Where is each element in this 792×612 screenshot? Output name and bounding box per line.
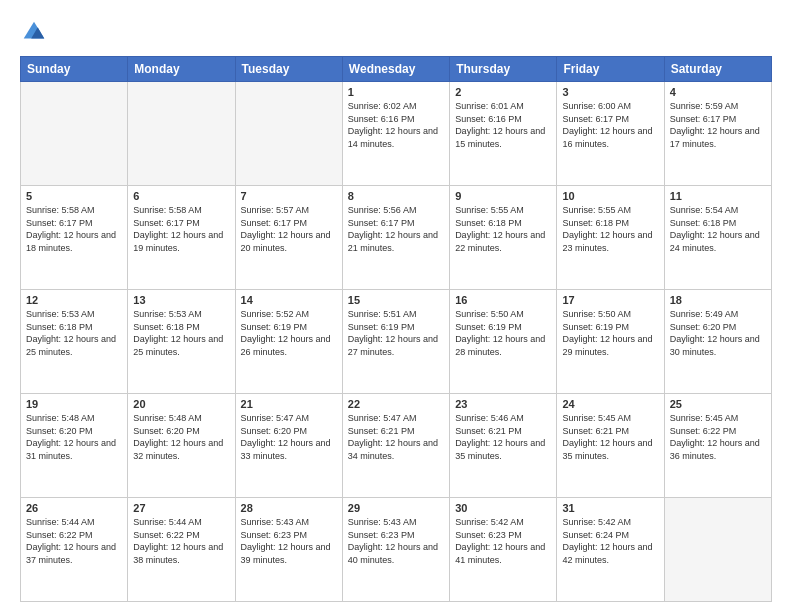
day-cell: 28Sunrise: 5:43 AM Sunset: 6:23 PM Dayli… (235, 498, 342, 602)
week-row-4: 19Sunrise: 5:48 AM Sunset: 6:20 PM Dayli… (21, 394, 772, 498)
day-info: Sunrise: 5:50 AM Sunset: 6:19 PM Dayligh… (455, 308, 551, 358)
day-number: 3 (562, 86, 658, 98)
day-info: Sunrise: 5:59 AM Sunset: 6:17 PM Dayligh… (670, 100, 766, 150)
day-number: 10 (562, 190, 658, 202)
day-cell: 12Sunrise: 5:53 AM Sunset: 6:18 PM Dayli… (21, 290, 128, 394)
day-number: 8 (348, 190, 444, 202)
day-info: Sunrise: 5:54 AM Sunset: 6:18 PM Dayligh… (670, 204, 766, 254)
day-number: 11 (670, 190, 766, 202)
day-number: 2 (455, 86, 551, 98)
day-number: 4 (670, 86, 766, 98)
day-info: Sunrise: 5:52 AM Sunset: 6:19 PM Dayligh… (241, 308, 337, 358)
day-cell: 9Sunrise: 5:55 AM Sunset: 6:18 PM Daylig… (450, 186, 557, 290)
day-cell (128, 82, 235, 186)
day-cell: 10Sunrise: 5:55 AM Sunset: 6:18 PM Dayli… (557, 186, 664, 290)
week-row-5: 26Sunrise: 5:44 AM Sunset: 6:22 PM Dayli… (21, 498, 772, 602)
day-info: Sunrise: 6:01 AM Sunset: 6:16 PM Dayligh… (455, 100, 551, 150)
day-info: Sunrise: 5:46 AM Sunset: 6:21 PM Dayligh… (455, 412, 551, 462)
day-info: Sunrise: 5:49 AM Sunset: 6:20 PM Dayligh… (670, 308, 766, 358)
day-cell: 7Sunrise: 5:57 AM Sunset: 6:17 PM Daylig… (235, 186, 342, 290)
logo (20, 18, 52, 46)
day-cell: 31Sunrise: 5:42 AM Sunset: 6:24 PM Dayli… (557, 498, 664, 602)
day-cell: 4Sunrise: 5:59 AM Sunset: 6:17 PM Daylig… (664, 82, 771, 186)
col-header-sunday: Sunday (21, 57, 128, 82)
day-number: 24 (562, 398, 658, 410)
day-cell: 8Sunrise: 5:56 AM Sunset: 6:17 PM Daylig… (342, 186, 449, 290)
day-number: 12 (26, 294, 122, 306)
day-number: 19 (26, 398, 122, 410)
col-header-saturday: Saturday (664, 57, 771, 82)
week-row-1: 1Sunrise: 6:02 AM Sunset: 6:16 PM Daylig… (21, 82, 772, 186)
col-header-friday: Friday (557, 57, 664, 82)
day-info: Sunrise: 6:00 AM Sunset: 6:17 PM Dayligh… (562, 100, 658, 150)
day-cell: 25Sunrise: 5:45 AM Sunset: 6:22 PM Dayli… (664, 394, 771, 498)
col-header-wednesday: Wednesday (342, 57, 449, 82)
header (20, 18, 772, 46)
day-cell: 29Sunrise: 5:43 AM Sunset: 6:23 PM Dayli… (342, 498, 449, 602)
day-cell: 21Sunrise: 5:47 AM Sunset: 6:20 PM Dayli… (235, 394, 342, 498)
day-number: 28 (241, 502, 337, 514)
day-cell (235, 82, 342, 186)
day-number: 22 (348, 398, 444, 410)
day-number: 18 (670, 294, 766, 306)
day-info: Sunrise: 5:58 AM Sunset: 6:17 PM Dayligh… (133, 204, 229, 254)
day-info: Sunrise: 5:42 AM Sunset: 6:23 PM Dayligh… (455, 516, 551, 566)
week-row-2: 5Sunrise: 5:58 AM Sunset: 6:17 PM Daylig… (21, 186, 772, 290)
day-number: 6 (133, 190, 229, 202)
day-info: Sunrise: 5:50 AM Sunset: 6:19 PM Dayligh… (562, 308, 658, 358)
day-info: Sunrise: 5:44 AM Sunset: 6:22 PM Dayligh… (26, 516, 122, 566)
day-info: Sunrise: 5:44 AM Sunset: 6:22 PM Dayligh… (133, 516, 229, 566)
day-cell: 23Sunrise: 5:46 AM Sunset: 6:21 PM Dayli… (450, 394, 557, 498)
day-cell: 17Sunrise: 5:50 AM Sunset: 6:19 PM Dayli… (557, 290, 664, 394)
day-info: Sunrise: 5:42 AM Sunset: 6:24 PM Dayligh… (562, 516, 658, 566)
day-cell: 19Sunrise: 5:48 AM Sunset: 6:20 PM Dayli… (21, 394, 128, 498)
day-number: 7 (241, 190, 337, 202)
day-cell: 18Sunrise: 5:49 AM Sunset: 6:20 PM Dayli… (664, 290, 771, 394)
day-cell: 30Sunrise: 5:42 AM Sunset: 6:23 PM Dayli… (450, 498, 557, 602)
day-info: Sunrise: 5:56 AM Sunset: 6:17 PM Dayligh… (348, 204, 444, 254)
day-info: Sunrise: 5:47 AM Sunset: 6:21 PM Dayligh… (348, 412, 444, 462)
day-number: 29 (348, 502, 444, 514)
header-row: SundayMondayTuesdayWednesdayThursdayFrid… (21, 57, 772, 82)
day-cell: 6Sunrise: 5:58 AM Sunset: 6:17 PM Daylig… (128, 186, 235, 290)
day-number: 20 (133, 398, 229, 410)
day-number: 23 (455, 398, 551, 410)
day-cell: 15Sunrise: 5:51 AM Sunset: 6:19 PM Dayli… (342, 290, 449, 394)
day-cell (21, 82, 128, 186)
day-info: Sunrise: 5:55 AM Sunset: 6:18 PM Dayligh… (562, 204, 658, 254)
day-number: 15 (348, 294, 444, 306)
day-number: 30 (455, 502, 551, 514)
day-cell: 14Sunrise: 5:52 AM Sunset: 6:19 PM Dayli… (235, 290, 342, 394)
day-number: 9 (455, 190, 551, 202)
page: SundayMondayTuesdayWednesdayThursdayFrid… (0, 0, 792, 612)
day-number: 27 (133, 502, 229, 514)
day-cell: 2Sunrise: 6:01 AM Sunset: 6:16 PM Daylig… (450, 82, 557, 186)
day-cell: 22Sunrise: 5:47 AM Sunset: 6:21 PM Dayli… (342, 394, 449, 498)
day-cell: 20Sunrise: 5:48 AM Sunset: 6:20 PM Dayli… (128, 394, 235, 498)
day-number: 1 (348, 86, 444, 98)
day-number: 26 (26, 502, 122, 514)
day-info: Sunrise: 5:57 AM Sunset: 6:17 PM Dayligh… (241, 204, 337, 254)
day-cell: 5Sunrise: 5:58 AM Sunset: 6:17 PM Daylig… (21, 186, 128, 290)
day-info: Sunrise: 5:48 AM Sunset: 6:20 PM Dayligh… (133, 412, 229, 462)
week-row-3: 12Sunrise: 5:53 AM Sunset: 6:18 PM Dayli… (21, 290, 772, 394)
day-info: Sunrise: 5:53 AM Sunset: 6:18 PM Dayligh… (26, 308, 122, 358)
logo-icon (20, 18, 48, 46)
day-info: Sunrise: 5:51 AM Sunset: 6:19 PM Dayligh… (348, 308, 444, 358)
day-cell: 27Sunrise: 5:44 AM Sunset: 6:22 PM Dayli… (128, 498, 235, 602)
day-info: Sunrise: 5:55 AM Sunset: 6:18 PM Dayligh… (455, 204, 551, 254)
day-cell: 3Sunrise: 6:00 AM Sunset: 6:17 PM Daylig… (557, 82, 664, 186)
day-number: 31 (562, 502, 658, 514)
day-cell: 16Sunrise: 5:50 AM Sunset: 6:19 PM Dayli… (450, 290, 557, 394)
day-number: 5 (26, 190, 122, 202)
day-cell: 26Sunrise: 5:44 AM Sunset: 6:22 PM Dayli… (21, 498, 128, 602)
day-info: Sunrise: 5:58 AM Sunset: 6:17 PM Dayligh… (26, 204, 122, 254)
day-number: 25 (670, 398, 766, 410)
day-info: Sunrise: 5:43 AM Sunset: 6:23 PM Dayligh… (348, 516, 444, 566)
day-cell: 1Sunrise: 6:02 AM Sunset: 6:16 PM Daylig… (342, 82, 449, 186)
day-cell (664, 498, 771, 602)
day-number: 17 (562, 294, 658, 306)
day-number: 14 (241, 294, 337, 306)
day-cell: 24Sunrise: 5:45 AM Sunset: 6:21 PM Dayli… (557, 394, 664, 498)
col-header-monday: Monday (128, 57, 235, 82)
